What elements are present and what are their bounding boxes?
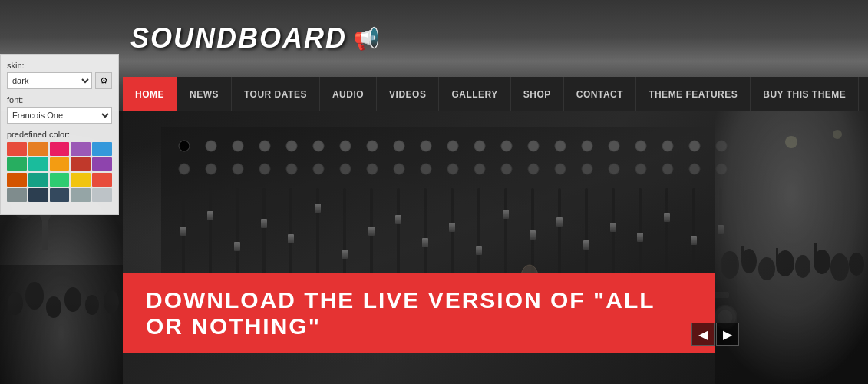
color-swatch-16[interactable] — [28, 188, 48, 202]
svg-rect-10 — [42, 219, 48, 250]
nav-item-theme-features[interactable]: THEME FEATURES — [636, 77, 751, 111]
gear-icon: ⚙ — [100, 75, 108, 86]
color-swatch-19[interactable] — [92, 188, 112, 202]
svg-point-9 — [104, 290, 119, 313]
nav-item-shop[interactable]: SHOP — [511, 77, 564, 111]
nav-item-videos[interactable]: VIDEOS — [377, 77, 439, 111]
color-swatch-9[interactable] — [92, 157, 112, 171]
svg-point-8 — [85, 295, 99, 315]
skin-row: skin: dark light ⚙ — [7, 61, 112, 89]
nav-item-audio[interactable]: AUDIO — [320, 77, 377, 111]
color-swatch-0[interactable] — [7, 142, 27, 156]
skin-select[interactable]: dark light — [7, 72, 92, 89]
download-banner[interactable]: DOWNLOAD THE LIVE VERSION OF "ALL OR NOT… — [123, 273, 715, 353]
color-swatch-8[interactable] — [71, 157, 91, 171]
customizer-panel: skin: dark light ⚙ font: Francois One Ar… — [0, 54, 119, 215]
site-header: SOUNDBOARD 📢 — [0, 0, 868, 77]
skin-label: skin: — [7, 61, 112, 70]
color-swatch-3[interactable] — [71, 142, 91, 156]
nav-item-news[interactable]: NEWS — [177, 77, 232, 111]
main-navigation: HOME NEWS TOUR DATES AUDIO VIDEOS GALLER… — [123, 77, 868, 111]
predefined-color-label: predefined color: — [7, 130, 112, 139]
download-banner-text: DOWNLOAD THE LIVE VERSION OF "ALL OR NOT… — [146, 287, 655, 339]
color-swatch-10[interactable] — [7, 173, 27, 187]
site-logo[interactable]: SOUNDBOARD 📢 — [130, 22, 380, 55]
nav-item-contact[interactable]: CONTACT — [564, 77, 636, 111]
gear-button[interactable]: ⚙ — [95, 72, 112, 89]
logo-text: SOUNDBOARD — [130, 22, 347, 55]
svg-point-5 — [25, 282, 44, 310]
slider-prev-arrow[interactable]: ◀ — [691, 323, 715, 346]
predefined-color-row: predefined color: — [7, 130, 112, 202]
chevron-right-icon: ▶ — [723, 327, 732, 342]
color-swatch-5[interactable] — [7, 157, 27, 171]
slider-next-arrow[interactable]: ▶ — [716, 323, 739, 346]
svg-point-4 — [8, 292, 23, 315]
color-swatch-6[interactable] — [28, 157, 48, 171]
color-swatch-12[interactable] — [50, 173, 70, 187]
color-swatch-13[interactable] — [71, 173, 91, 187]
chevron-left-icon: ◀ — [698, 327, 708, 342]
font-label: font: — [7, 95, 112, 104]
color-swatch-4[interactable] — [92, 142, 112, 156]
color-swatch-1[interactable] — [28, 142, 48, 156]
main-slider: /* rendered below */ — [123, 111, 868, 384]
svg-rect-3 — [0, 265, 123, 384]
color-swatch-14[interactable] — [92, 173, 112, 187]
svg-point-7 — [64, 287, 81, 312]
nav-item-gallery[interactable]: GALLERY — [439, 77, 510, 111]
color-swatch-18[interactable] — [71, 188, 91, 202]
color-grid — [7, 142, 112, 202]
color-swatch-2[interactable] — [50, 142, 70, 156]
font-select[interactable]: Francois One Arial — [7, 107, 112, 124]
color-swatch-7[interactable] — [50, 157, 70, 171]
svg-point-6 — [46, 296, 61, 318]
nav-item-tour-dates[interactable]: TOUR DATES — [232, 77, 320, 111]
nav-item-home[interactable]: HOME — [123, 77, 177, 111]
font-row: font: Francois One Arial — [7, 95, 112, 124]
color-swatch-17[interactable] — [50, 188, 70, 202]
color-swatch-11[interactable] — [28, 173, 48, 187]
color-swatch-15[interactable] — [7, 188, 27, 202]
megaphone-icon: 📢 — [353, 26, 380, 51]
nav-item-buy-theme[interactable]: BUY THIS THEME — [751, 77, 859, 111]
